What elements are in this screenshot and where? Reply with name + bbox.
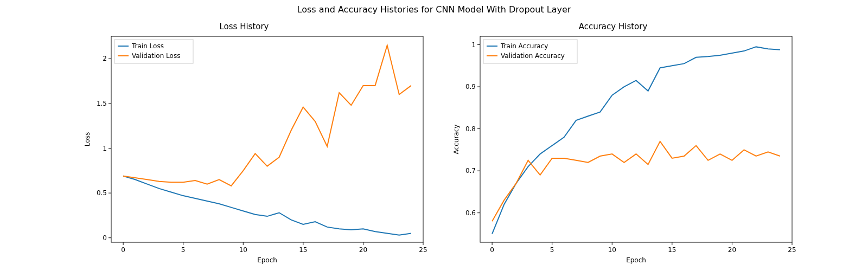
xtick-label: 15 [299,246,307,254]
ytick-label: 0.8 [465,125,476,133]
axes-accuracy: 05101520250.60.70.80.91EpochAccuracyTrai… [450,34,797,267]
ytick-label: 0.5 [97,189,107,197]
ytick-label: 0.7 [465,167,476,175]
ytick-label: 1.5 [97,100,107,107]
xtick-label: 15 [668,246,676,254]
legend: Train AccuracyValidation Accuracy [483,40,577,63]
legend-label: Validation Accuracy [501,52,565,60]
xtick-label: 10 [239,246,247,254]
xtick-label: 20 [728,246,736,254]
legend-label: Train Accuracy [500,42,548,50]
legend-label: Train Loss [131,42,164,50]
axes-frame [111,36,423,242]
ylabel: Loss [84,132,91,146]
subplot-loss: Loss History 051015202500.511.52EpochLos… [81,22,429,267]
xtick-label: 10 [608,246,616,254]
ytick-label: 2 [103,55,107,62]
ylabel: Accuracy [452,125,460,154]
axes-frame [480,36,792,242]
xtick-label: 25 [788,246,796,254]
xtick-label: 20 [359,246,367,254]
xlabel: Epoch [626,256,646,264]
ytick-label: 1 [471,41,476,49]
xtick-label: 5 [181,246,186,254]
legend: Train LossValidation Loss [114,40,193,63]
figure-suptitle: Loss and Accuracy Histories for CNN Mode… [0,4,868,15]
figure: Loss and Accuracy Histories for CNN Mode… [0,0,868,271]
xtick-label: 5 [550,246,554,254]
series-line-1 [492,141,780,221]
ytick-label: 0 [103,234,107,242]
ytick-label: 0.9 [465,83,476,91]
subplot-accuracy: Accuracy History 05101520250.60.70.80.91… [450,22,797,267]
xlabel: Epoch [257,256,277,264]
ytick-label: 0.6 [465,209,476,217]
xtick-label: 0 [490,246,494,254]
ytick-label: 1 [103,145,107,152]
axes-title-accuracy: Accuracy History [450,22,776,31]
axes-loss: 051015202500.511.52EpochLossTrain LossVa… [81,34,429,267]
legend-label: Validation Loss [132,52,180,60]
axes-title-loss: Loss History [81,22,407,31]
series-line-0 [492,47,780,234]
series-line-1 [123,46,411,186]
xtick-label: 0 [121,246,125,254]
series-line-0 [123,176,411,235]
xtick-label: 25 [419,246,427,254]
